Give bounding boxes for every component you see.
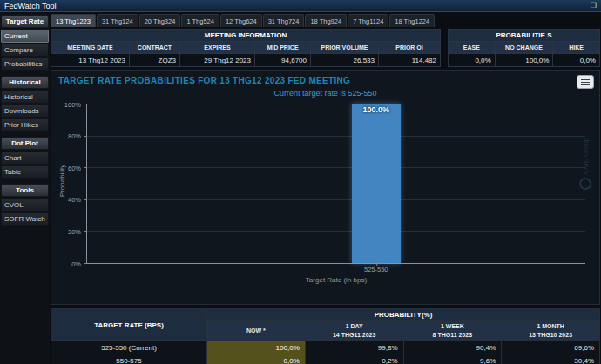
sidebar-section-tools: Tools CVOL SOFR Watch (1, 184, 49, 226)
probability-table: TARGET RATE (BPS) PROBABILITY(%) NOW * 1… (51, 308, 600, 364)
row-550-575-1-week: 9,6% (404, 354, 502, 364)
target-rate-header: TARGET RATE (BPS) (51, 309, 206, 340)
y-tick-60: 60% (68, 164, 81, 172)
cme-watermark-text: CME Group (581, 138, 589, 174)
col-1-month-date: 13 THG10 2023 (529, 331, 572, 340)
col-1-day[interactable]: 1 DAY 14 THG11 2023 (306, 321, 403, 340)
chart-subtitle: Current target rate is 525-550 (51, 89, 599, 98)
sidebar-item-downloads[interactable]: Downloads (1, 104, 49, 118)
tab-7-thg11-24[interactable]: 7 Thg1124 (348, 14, 388, 27)
tab-18-thg9-24[interactable]: 18 Thg924 (305, 14, 347, 27)
sidebar-item-probabilities[interactable]: Probabilities (1, 57, 49, 71)
value-hike: 0,0% (553, 54, 599, 66)
col-no-change: NO CHANGE (496, 42, 553, 53)
probability-group-header: PROBABILITY(%) (207, 309, 599, 320)
row-550-575-target: 550-575 (51, 354, 206, 364)
sidebar-header-dot-plot[interactable]: Dot Plot (1, 137, 49, 150)
cme-logo-icon (579, 178, 591, 190)
sidebar-item-table[interactable]: Table (1, 165, 49, 179)
col-1-month[interactable]: 1 MONTH 13 THG10 2023 (502, 321, 599, 340)
sidebar-header-historical[interactable]: Historical (1, 76, 49, 89)
row-550-575-1-day: 0,2% (306, 354, 403, 364)
row-550-575-now: 0,0% (207, 354, 305, 364)
gridline-40: 40% (87, 199, 585, 200)
meeting-info-title: MEETING INFORMATION (51, 30, 440, 41)
y-tick-0: 0% (71, 260, 81, 267)
gridline-20: 20% (87, 231, 585, 232)
col-1-week-label: 1 WEEK (441, 322, 464, 331)
col-mid-price: MID PRICE (255, 42, 310, 53)
hamburger-menu-icon (581, 79, 590, 85)
bar-value-label: 100.0% (362, 105, 389, 114)
tab-18-thg12-24[interactable]: 18 Thg1224 (389, 14, 435, 27)
y-tick-80: 80% (68, 132, 81, 140)
col-meeting-date: MEETING DATE (51, 42, 129, 53)
sidebar-header-tools[interactable]: Tools (1, 184, 49, 197)
value-prior-volume: 26.533 (311, 54, 378, 66)
y-tick-20: 20% (68, 227, 81, 235)
col-1-week-date: 8 THG11 2023 (433, 331, 473, 340)
gridline-60: 60% (87, 167, 585, 168)
sidebar-item-prior-hikes[interactable]: Prior Hikes (1, 118, 49, 131)
col-now[interactable]: NOW * (207, 321, 305, 340)
row-550-575-1-month: 30,4% (502, 354, 599, 364)
col-prior-oi: PRIOR OI (379, 42, 440, 53)
probability-bar[interactable]: 100.0% (352, 104, 401, 263)
sidebar-section-historical: Historical Historical Downloads Prior Hi… (1, 76, 49, 131)
col-contract: CONTRACT (130, 42, 179, 53)
value-meeting-date: 13 Thg12 2023 (51, 54, 129, 66)
sidebar-item-sofr-watch[interactable]: SOFR Watch (1, 212, 49, 226)
value-mid-price: 94,6700 (255, 54, 310, 66)
meeting-info-area: MEETING INFORMATION MEETING DATE CONTRAC… (51, 29, 600, 67)
col-1-month-label: 1 MONTH (537, 322, 564, 331)
gridline-0: 0% (87, 263, 585, 264)
sidebar-item-historical[interactable]: Historical (1, 91, 49, 104)
chart-panel: TARGET RATE PROBABILITIES FOR 13 THG12 2… (51, 70, 600, 305)
meeting-tabs: 13 Thg1223 31 Thg124 20 Thg324 1 Thg524 … (51, 14, 600, 27)
chart-title: TARGET RATE PROBABILITIES FOR 13 THG12 2… (51, 71, 599, 85)
tab-13-thg12-23[interactable]: 13 Thg1223 (51, 14, 96, 27)
col-1-day-date: 14 THG11 2023 (333, 331, 375, 340)
plot-area: 100% 80% 60% 40% 20% 0% 100.0% 525-550 T… (86, 104, 585, 264)
value-no-change: 100,0% (496, 54, 553, 66)
col-1-day-label: 1 DAY (346, 322, 363, 331)
sidebar: Target Rate Current Compare Probabilitie… (0, 13, 50, 364)
x-tick-525-550: 525-550 (364, 266, 388, 273)
sidebar-section-target-rate: Target Rate Current Compare Probabilitie… (1, 15, 49, 71)
tab-31-thg7-24[interactable]: 31 Thg724 (263, 14, 305, 27)
value-prior-oi: 114.482 (379, 54, 440, 66)
meeting-info-table: MEETING INFORMATION MEETING DATE CONTRAC… (51, 29, 441, 67)
x-axis-title: Target Rate (in bps) (306, 276, 367, 284)
sidebar-item-current[interactable]: Current (1, 30, 49, 43)
window-icon[interactable]: ❐ (591, 2, 597, 10)
col-1-week[interactable]: 1 WEEK 8 THG11 2023 (404, 321, 502, 340)
titlebar: FedWatch Tool ❐ (0, 0, 601, 12)
tab-1-thg5-24[interactable]: 1 Thg524 (181, 14, 219, 27)
value-ease: 0,0% (449, 54, 495, 66)
y-axis-title: Probability (58, 155, 66, 207)
tab-31-thg1-24[interactable]: 31 Thg124 (97, 14, 138, 27)
col-expires: EXPIRES (180, 42, 254, 53)
gridline-80: 80% (87, 136, 585, 137)
window-title: FedWatch Tool (4, 2, 57, 10)
probabilities-summary-title: PROBABILITIE S (449, 30, 599, 41)
probabilities-summary-table: PROBABILITIE S EASE NO CHANGE HIKE 0,0% … (448, 29, 600, 67)
col-now-label: NOW * (246, 327, 266, 335)
y-tick-40: 40% (68, 196, 81, 204)
sidebar-header-target-rate[interactable]: Target Rate (1, 15, 49, 28)
fedwatch-app: FedWatch Tool ❐ Target Rate Current Comp… (0, 0, 601, 364)
chart-menu-button[interactable] (577, 75, 594, 89)
cme-group-watermark: CME Group (579, 138, 591, 190)
col-hike: HIKE (553, 42, 599, 53)
sidebar-item-chart[interactable]: Chart (1, 152, 49, 165)
col-prior-volume: PRIOR VOLUME (311, 42, 378, 53)
tab-20-thg3-24[interactable]: 20 Thg324 (139, 14, 181, 27)
row-525-550-1-day: 99,8% (306, 341, 403, 354)
value-contract: ZQZ3 (130, 54, 179, 66)
tab-12-thg6-24[interactable]: 12 Thg624 (220, 14, 262, 27)
y-tick-100: 100% (64, 100, 81, 108)
gridline-100: 100% (87, 104, 585, 104)
sidebar-item-compare[interactable]: Compare (1, 44, 49, 57)
sidebar-item-cvol[interactable]: CVOL (1, 199, 49, 212)
row-525-550-now: 100,0% (207, 341, 305, 354)
